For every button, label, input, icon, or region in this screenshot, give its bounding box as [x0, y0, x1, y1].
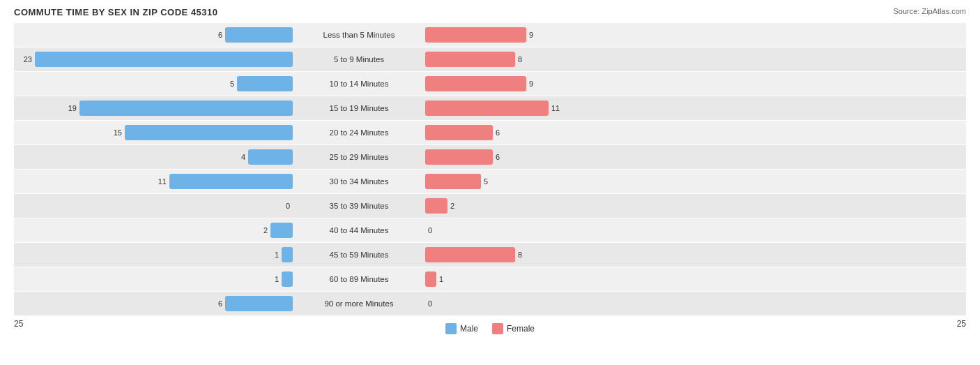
female-bar: [425, 76, 526, 91]
male-value: 19: [68, 104, 77, 112]
female-value: 1: [439, 275, 443, 283]
row-label: 5 to 9 Minutes: [293, 55, 425, 64]
row-label: 45 to 59 Minutes: [293, 251, 425, 259]
female-bar: [425, 174, 481, 189]
table-row: 235 to 9 Minutes8: [14, 47, 966, 71]
table-row: 240 to 44 Minutes0: [14, 218, 966, 242]
legend-female-label: Female: [507, 324, 535, 334]
row-label: 15 to 19 Minutes: [293, 104, 425, 112]
table-row: 1130 to 34 Minutes5: [14, 170, 966, 193]
legend-male-label: Male: [460, 324, 478, 334]
male-bar: [225, 296, 293, 311]
male-value: 15: [114, 128, 122, 137]
table-row: 690 or more Minutes0: [14, 292, 966, 315]
row-label: 20 to 24 Minutes: [293, 128, 425, 137]
row-label: 35 to 39 Minutes: [293, 202, 425, 210]
legend-male-box: [445, 323, 457, 334]
male-bar: [237, 76, 293, 91]
female-bar: [425, 100, 549, 116]
male-bar: [79, 100, 293, 116]
female-value: 9: [529, 80, 533, 88]
legend-female-box: [492, 323, 503, 334]
female-bar: [425, 149, 493, 165]
male-bar: [35, 52, 293, 67]
legend-male: Male: [445, 323, 478, 334]
chart-container: COMMUTE TIME BY SEX IN ZIP CODE 45310 So…: [0, 0, 980, 365]
row-label: 30 to 34 Minutes: [293, 177, 425, 186]
male-bar: [225, 27, 293, 43]
row-label: 60 to 89 Minutes: [293, 275, 425, 283]
male-value: 6: [218, 31, 222, 39]
chart-legend: Male Female: [445, 323, 535, 334]
female-value: 8: [518, 251, 522, 259]
chart-body: 6Less than 5 Minutes9235 to 9 Minutes851…: [14, 23, 966, 316]
male-value: 1: [275, 275, 279, 283]
row-label: 25 to 29 Minutes: [293, 153, 425, 161]
table-row: 145 to 59 Minutes8: [14, 243, 966, 267]
female-value: 11: [551, 104, 560, 112]
female-value: 6: [496, 153, 500, 161]
female-value: 6: [496, 128, 500, 137]
row-label: 40 to 44 Minutes: [293, 226, 425, 234]
chart-title: COMMUTE TIME BY SEX IN ZIP CODE 45310: [14, 7, 966, 17]
axis-left-label: 25: [14, 319, 23, 334]
male-value: 1: [275, 251, 279, 259]
male-value: 2: [263, 226, 268, 234]
male-bar: [248, 149, 293, 165]
male-bar: [270, 223, 293, 238]
female-value: 8: [518, 55, 522, 64]
male-value: 11: [158, 177, 167, 186]
row-label: 10 to 14 Minutes: [293, 80, 425, 88]
axis-right-label: 25: [957, 319, 966, 334]
female-value: 0: [428, 299, 432, 308]
table-row: 6Less than 5 Minutes9: [14, 23, 966, 47]
female-value: 9: [529, 31, 533, 39]
row-label: 90 or more Minutes: [293, 299, 425, 308]
female-bar: [425, 198, 447, 214]
table-row: 160 to 89 Minutes1: [14, 267, 966, 291]
male-value: 23: [24, 55, 32, 64]
male-bar: [282, 271, 293, 287]
male-bar: [125, 125, 293, 140]
female-bar: [425, 125, 493, 140]
table-row: 510 to 14 Minutes9: [14, 72, 966, 96]
table-row: 1915 to 19 Minutes11: [14, 96, 966, 120]
male-value: 5: [230, 80, 234, 88]
male-value: 6: [218, 299, 222, 308]
female-bar: [425, 27, 526, 43]
female-bar: [425, 271, 436, 287]
source-label: Source: ZipAtlas.com: [893, 7, 966, 15]
legend-female: Female: [492, 323, 535, 334]
female-value: 2: [450, 202, 454, 210]
female-bar: [425, 247, 515, 262]
male-bar: [169, 174, 293, 189]
table-row: 1520 to 24 Minutes6: [14, 121, 966, 144]
female-value: 0: [428, 226, 432, 234]
male-value: 4: [241, 153, 245, 161]
male-value: 0: [286, 202, 290, 210]
table-row: 425 to 29 Minutes6: [14, 145, 966, 169]
row-label: Less than 5 Minutes: [293, 31, 425, 39]
female-bar: [425, 52, 515, 67]
table-row: 035 to 39 Minutes2: [14, 194, 966, 218]
female-value: 5: [484, 177, 488, 186]
male-bar: [282, 247, 293, 262]
